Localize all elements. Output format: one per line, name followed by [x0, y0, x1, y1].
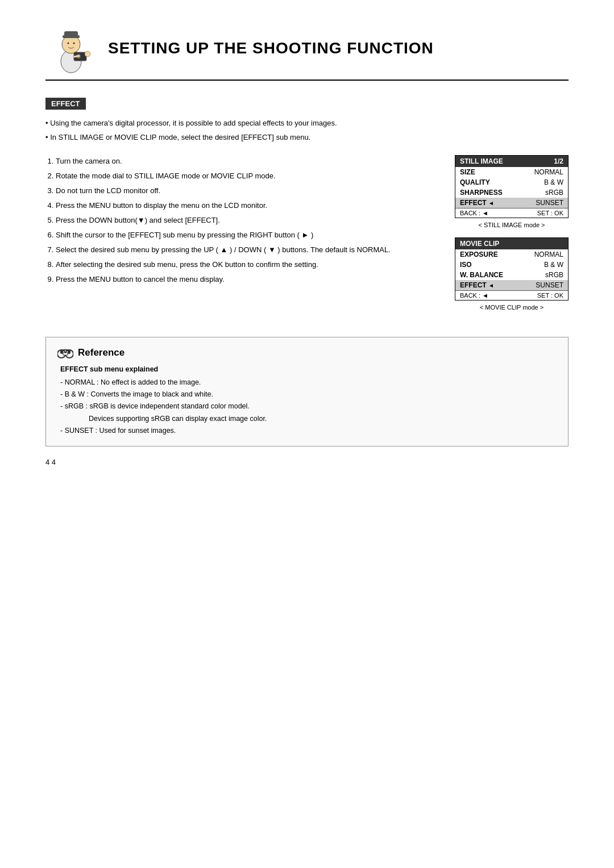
- row-value-effect-mc: SUNSET: [536, 281, 563, 289]
- still-image-row-1: QUALITY B & W: [455, 177, 568, 187]
- row-label-size: SIZE: [460, 168, 475, 176]
- row-value-iso: B & W: [544, 261, 563, 269]
- row-label-wbalance: W. BALANCE: [460, 271, 503, 279]
- svg-rect-15: [68, 349, 70, 354]
- svg-rect-14: [60, 349, 63, 354]
- reference-header: Reference: [57, 347, 557, 359]
- still-image-set: SET : OK: [537, 210, 563, 216]
- still-image-back: BACK : ◄: [460, 210, 488, 216]
- still-image-caption: < STILL IMAGE mode >: [455, 222, 569, 228]
- step-1: Turn the camera on.: [56, 155, 432, 168]
- still-image-screen: STILL IMAGE 1/2 SIZE NORMAL QUALITY B & …: [455, 155, 569, 218]
- steps-column: Turn the camera on. Rotate the mode dial…: [45, 155, 432, 320]
- reference-title: Reference: [78, 347, 125, 358]
- step-6: Shift the cursor to the [EFFECT] sub men…: [56, 229, 432, 241]
- svg-point-8: [85, 51, 90, 57]
- svg-point-10: [73, 43, 75, 44]
- movie-clip-footer: BACK : ◄ SET : OK: [455, 290, 568, 300]
- row-value-effect-si: SUNSET: [536, 199, 563, 207]
- step-8: After selecting the desired sub menu, pr…: [56, 258, 432, 271]
- row-value-exposure: NORMAL: [534, 251, 563, 258]
- row-label-exposure: EXPOSURE: [460, 251, 498, 258]
- page-number: 4 4: [45, 458, 569, 466]
- reference-item-1: - B & W : Converts the image to black an…: [60, 389, 557, 400]
- still-image-footer: BACK : ◄ SET : OK: [455, 208, 568, 218]
- bullet-1: • Using the camera's digital processor, …: [45, 118, 569, 130]
- reference-item-2: - sRGB : sRGB is device independent stan…: [60, 400, 557, 412]
- movie-clip-caption: < MOVIE CLIP mode >: [455, 304, 569, 311]
- reference-section-title: EFFECT sub menu explained: [60, 364, 557, 375]
- row-label-sharpness: SHARPNESS: [460, 189, 503, 197]
- svg-rect-3: [64, 31, 78, 37]
- row-label-iso: ISO: [460, 261, 472, 269]
- main-content: Turn the camera on. Rotate the mode dial…: [45, 155, 569, 320]
- header-illustration: [45, 23, 97, 74]
- bullet-2: • In STILL IMAGE or MOVIE CLIP mode, sel…: [45, 132, 569, 144]
- row-value-sharpness: sRGB: [545, 189, 563, 197]
- movie-clip-set: SET : OK: [537, 292, 563, 299]
- still-image-body: SIZE NORMAL QUALITY B & W SHARPNESS sRGB…: [455, 167, 568, 208]
- still-image-row-0: SIZE NORMAL: [455, 167, 568, 177]
- still-image-row-3: EFFECT ◄ SUNSET: [455, 198, 568, 208]
- row-value-quality: B & W: [544, 178, 563, 186]
- row-value-size: NORMAL: [534, 168, 563, 176]
- screens-column: STILL IMAGE 1/2 SIZE NORMAL QUALITY B & …: [455, 155, 569, 320]
- reference-content: EFFECT sub menu explained - NORMAL : No …: [57, 364, 557, 437]
- reference-item-3: Devices supporting sRGB can display exac…: [60, 413, 557, 425]
- row-value-wbalance: sRGB: [545, 271, 563, 279]
- step-4: Press the MENU button to display the men…: [56, 199, 432, 212]
- still-image-page: 1/2: [554, 157, 563, 165]
- step-2: Rotate the mode dial to STILL IMAGE mode…: [56, 170, 432, 182]
- page-title: SETTING UP THE SHOOTING FUNCTION: [108, 39, 434, 57]
- page-header: SETTING UP THE SHOOTING FUNCTION: [45, 23, 569, 81]
- steps-list: Turn the camera on. Rotate the mode dial…: [45, 155, 432, 286]
- movie-clip-row-3: EFFECT ◄ SUNSET: [455, 280, 568, 290]
- movie-clip-title: MOVIE CLIP: [460, 240, 499, 248]
- movie-clip-body: EXPOSURE NORMAL ISO B & W W. BALANCE sRG…: [455, 249, 568, 290]
- reference-item-0: - NORMAL : No effect is added to the ima…: [60, 377, 557, 389]
- still-image-header: STILL IMAGE 1/2: [455, 156, 568, 167]
- movie-clip-header: MOVIE CLIP: [455, 238, 568, 249]
- reference-icon: [57, 347, 73, 359]
- movie-clip-screen: MOVIE CLIP EXPOSURE NORMAL ISO B & W W. …: [455, 237, 569, 301]
- intro-bullets: • Using the camera's digital processor, …: [45, 118, 569, 144]
- step-5: Press the DOWN button(▼) and select [EFF…: [56, 214, 432, 227]
- still-image-row-2: SHARPNESS sRGB: [455, 187, 568, 198]
- step-3: Do not turn the LCD monitor off.: [56, 185, 432, 197]
- movie-clip-row-0: EXPOSURE NORMAL: [455, 249, 568, 260]
- movie-clip-row-2: W. BALANCE sRGB: [455, 270, 568, 280]
- still-image-title: STILL IMAGE: [460, 157, 503, 165]
- row-label-quality: QUALITY: [460, 178, 490, 186]
- step-7: Select the desired sub menu by pressing …: [56, 244, 432, 256]
- effect-label: EFFECT: [45, 98, 86, 110]
- row-label-effect-mc: EFFECT ◄: [460, 281, 494, 289]
- svg-rect-13: [63, 353, 68, 355]
- reference-box: Reference EFFECT sub menu explained - NO…: [45, 337, 569, 447]
- movie-clip-back: BACK : ◄: [460, 292, 488, 299]
- reference-item-4: - SUNSET : Used for sunset images.: [60, 425, 557, 437]
- svg-line-7: [74, 56, 80, 57]
- effect-section: EFFECT • Using the camera's digital proc…: [45, 98, 569, 320]
- movie-clip-row-1: ISO B & W: [455, 260, 568, 270]
- svg-point-9: [68, 43, 69, 44]
- step-9: Press the MENU button to cancel the menu…: [56, 273, 432, 286]
- row-label-effect-si: EFFECT ◄: [460, 199, 494, 207]
